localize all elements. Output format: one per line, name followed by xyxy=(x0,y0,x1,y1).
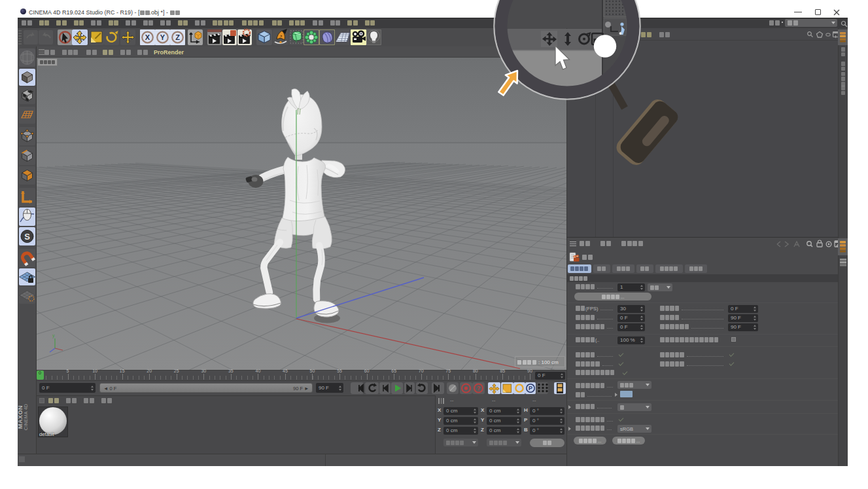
svg-text:Z: Z xyxy=(175,33,180,41)
svg-text:?: ? xyxy=(477,385,480,391)
svg-text:S: S xyxy=(24,232,30,242)
svg-text:Y: Y xyxy=(160,33,165,41)
svg-text:X: X xyxy=(145,33,150,41)
svg-text:y: y xyxy=(52,333,55,338)
svg-text:P: P xyxy=(529,385,532,391)
